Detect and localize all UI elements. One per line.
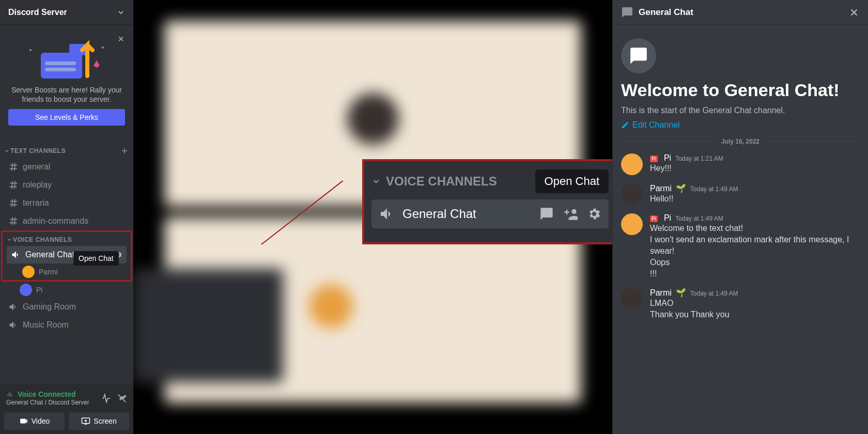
voice-user-name: Pi [36,286,42,294]
speaker-icon [8,302,19,312]
server-name: Discord Server [8,8,67,17]
zoom-channel-row[interactable]: General Chat [371,199,609,228]
message-timestamp: Today at 1:49 AM [675,215,723,222]
chat-bubble-icon [621,6,633,19]
message-text: Hello!! [650,193,860,205]
message: PiPiToday at 1:49 AMWelcome to the text … [621,211,860,286]
svg-rect-1 [45,61,76,65]
svg-rect-2 [45,68,76,71]
voice-channel-item[interactable]: Gaming Room [4,298,129,316]
channel-name: roleplay [23,180,52,190]
gear-icon[interactable] [587,207,601,221]
voice-user-parmi[interactable]: Parmi [7,264,127,280]
sidebar: Discord Server × Server Boosts are here!… [0,0,133,434]
message-text: Welcome to the text chat!I won't send an… [650,223,860,280]
svg-point-4 [29,49,32,51]
hash-icon [8,216,19,226]
svg-point-5 [102,47,104,49]
welcome-subtitle: This is the start of the General Chat ch… [621,106,860,115]
zoom-category-label: VOICE CHANNELS [386,174,497,189]
avatar[interactable] [621,153,643,175]
channel-list: TEXT CHANNELS generalroleplayterrariaadm… [0,138,133,384]
chevron-down-icon [117,8,125,17]
voice-location: General Chat / Discord Server [6,399,89,406]
hash-icon [8,180,19,190]
voice-user-pi[interactable]: Pi [4,282,129,298]
svg-rect-0 [41,53,82,79]
welcome-block: Welcome to General Chat! This is the sta… [621,33,860,130]
message: Parmi 🌱Today at 1:49 AMLMAOThank you Tha… [621,286,860,327]
text-channels-category[interactable]: TEXT CHANNELS [0,138,133,158]
chat-header: General Chat [613,0,868,25]
open-chat-tooltip: Open Chat [73,251,119,266]
text-channel-item[interactable]: general [4,158,129,176]
edit-channel-link[interactable]: Edit Channel [621,120,860,130]
disconnect-icon[interactable] [117,393,127,404]
pi-badge: Pi [650,156,658,162]
text-channel-item[interactable]: roleplay [4,176,129,194]
voice-user-name: Parmi [39,268,58,276]
video-button[interactable]: Video [4,412,65,430]
hash-icon [8,162,19,172]
text-channel-item[interactable]: terraria [4,194,129,212]
close-icon[interactable] [848,7,860,18]
message-author[interactable]: Pi [664,153,671,163]
see-levels-perks-button[interactable]: See Levels & Perks [8,109,125,126]
message-author[interactable]: Parmi [650,184,672,193]
zoom-channel-name: General Chat [402,207,532,221]
text-channel-item[interactable]: admin-commands [4,212,129,230]
add-channel-icon[interactable] [120,146,129,156]
zoom-callout: VOICE CHANNELS Open Chat General Chat [362,159,612,244]
zoom-open-chat-tooltip: Open Chat [535,169,609,193]
chat-bubble-icon[interactable] [539,207,554,221]
message-author[interactable]: Pi [664,213,671,223]
category-label: VOICE CHANNELS [7,236,72,243]
bottom-panel: Voice Connected General Chat / Discord S… [0,384,133,434]
leaf-icon: 🌱 [676,183,686,193]
date-divider: July 16, 2022 [621,138,860,145]
voice-status: Voice Connected General Chat / Discord S… [4,388,129,408]
invite-icon[interactable] [563,207,578,221]
avatar[interactable] [621,288,643,309]
message-text: LMAOThank you Thank you [650,298,860,320]
avatar[interactable] [621,213,643,235]
chat-panel: General Chat Welcome to General Chat! Th… [612,0,868,434]
boost-illustration [8,33,125,82]
avatar[interactable] [621,183,643,205]
avatar [22,266,35,278]
screen-button[interactable]: Screen [69,412,129,430]
message-timestamp: Today at 1:49 AM [690,185,738,193]
message-text: Hey!!! [650,163,860,174]
channel-name: General Chat [25,250,74,259]
voice-channels-category[interactable]: VOICE CHANNELS Open Chat [3,232,131,245]
server-header[interactable]: Discord Server [0,0,133,25]
boost-card: × Server Boosts are here! Rally your fri… [4,29,129,130]
speaker-icon [11,250,21,260]
voice-channel-item[interactable]: Music Room [4,316,129,334]
chat-bubble-icon [621,38,656,73]
speaker-icon [8,320,19,330]
channel-name: admin-commands [23,216,88,226]
voice-connected-label: Voice Connected [6,390,89,398]
channel-name: terraria [23,198,49,208]
welcome-title: Welcome to General Chat! [621,80,860,101]
message: PiPiToday at 1:21 AMHey!!! [621,151,860,181]
noise-suppression-icon[interactable] [101,393,112,404]
message-author[interactable]: Parmi [650,288,672,298]
channel-name: Music Room [23,320,69,330]
message-timestamp: Today at 1:21 AM [675,155,723,162]
chat-title-text: General Chat [639,7,693,18]
pi-badge: Pi [650,215,658,222]
main-video-area: VOICE CHANNELS Open Chat General Chat [133,0,612,434]
channel-name: general [23,162,50,172]
avatar [20,284,32,296]
message: Parmi 🌱Today at 1:49 AMHello!! [621,181,860,211]
boost-text: Server Boosts are here! Rally your frien… [8,82,125,109]
voice-section-highlight: VOICE CHANNELS Open Chat General Chat Pa… [1,230,132,282]
leaf-icon: 🌱 [676,288,686,298]
hash-icon [8,198,19,208]
channel-name: Gaming Room [23,302,76,312]
category-label: TEXT CHANNELS [4,147,66,154]
message-timestamp: Today at 1:49 AM [690,290,738,297]
speaker-icon [379,206,395,222]
